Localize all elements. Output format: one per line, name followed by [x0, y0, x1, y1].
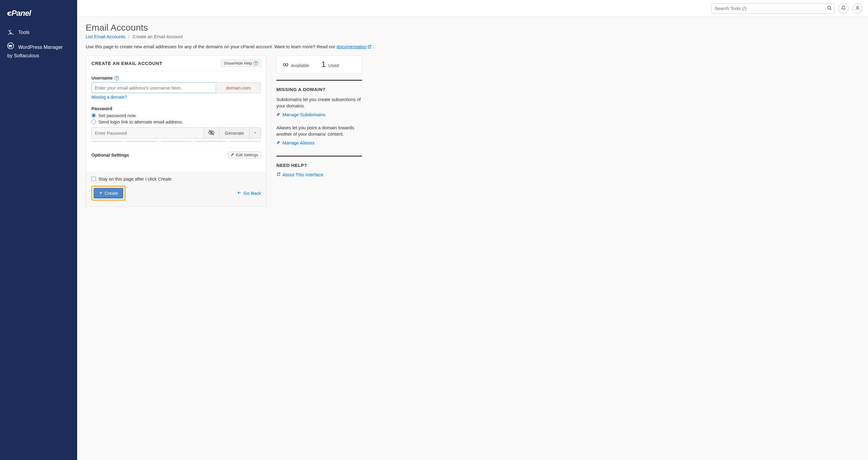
domain-addon[interactable]: domain.com — [216, 82, 261, 93]
create-button[interactable]: Create — [94, 188, 123, 198]
create-button-highlight: Create — [91, 186, 125, 201]
used-label: Used — [328, 63, 339, 68]
search-wrap — [711, 3, 835, 14]
username-label: Username ? — [91, 75, 261, 80]
subdomains-text: Subdomains let you create subsections of… — [276, 96, 362, 109]
password-label: Password — [91, 106, 261, 111]
radio-send-link-input[interactable] — [91, 120, 96, 124]
breadcrumb-list-link[interactable]: List Email Accounts — [86, 34, 125, 39]
intro-post: . — [371, 44, 374, 49]
wrench-icon — [276, 140, 281, 145]
create-button-label: Create — [104, 191, 118, 196]
about-interface-label: About This Interface — [282, 172, 323, 177]
aliases-text: Aliases let you point a domain towards a… — [276, 124, 362, 137]
generate-password-button[interactable]: Generate — [219, 127, 249, 138]
external-link-icon — [367, 44, 371, 50]
radio-set-now-label: Set password now. — [98, 113, 137, 118]
divider — [276, 80, 362, 81]
sidebar-item-tools[interactable]: Tools — [0, 26, 77, 39]
sidebar-tools-label: Tools — [18, 30, 29, 35]
radio-set-now-input[interactable] — [91, 113, 96, 118]
main-area: Email Accounts List Email Accounts / Cre… — [77, 0, 868, 460]
intro-text: Use this page to create new email addres… — [86, 44, 860, 50]
svg-point-6 — [857, 6, 858, 8]
wrench-icon — [276, 112, 281, 117]
optional-settings-title: Optional Settings — [91, 152, 129, 158]
sidebar: cPanel Tools WordPress Manager by Softac… — [0, 0, 77, 460]
stay-on-page-checkbox[interactable] — [91, 176, 96, 181]
sidebar-item-wordpress[interactable]: WordPress Manager by Softaculous — [0, 39, 77, 63]
svg-point-4 — [828, 6, 831, 9]
available-label: Available — [291, 63, 309, 68]
username-input[interactable] — [91, 82, 216, 93]
topbar — [77, 0, 868, 17]
manage-subdomains-link[interactable]: Manage Subdomains — [276, 112, 326, 117]
used-value: 1 — [321, 60, 326, 69]
caret-down-icon — [253, 130, 257, 136]
manage-aliases-link[interactable]: Manage Aliases — [276, 140, 315, 145]
breadcrumb-current: Create an Email Account — [133, 34, 183, 39]
cpanel-logo[interactable]: cPanel — [0, 3, 77, 26]
bell-icon — [841, 5, 846, 11]
breadcrumb: List Email Accounts / Create an Email Ac… — [86, 34, 860, 39]
divider — [276, 156, 362, 157]
arrow-left-icon — [237, 191, 242, 196]
tools-icon — [7, 29, 14, 36]
radio-send-login-link[interactable]: Send login link to alternate email addre… — [91, 119, 261, 124]
manage-subdomains-label: Manage Subdomains — [282, 112, 326, 117]
svg-line-5 — [830, 8, 832, 10]
sidebar-wp-label-1: WordPress Manager — [18, 43, 63, 51]
password-strength-meter — [91, 141, 261, 142]
stats-card: ∞ Available 1 Used — [276, 55, 362, 74]
content: Email Accounts List Email Accounts / Cre… — [77, 17, 868, 219]
documentation-link[interactable]: documentation — [337, 44, 367, 49]
toggle-password-visibility-button[interactable] — [204, 127, 219, 138]
eye-off-icon — [208, 129, 215, 137]
wordpress-icon — [7, 42, 14, 52]
page-title: Email Accounts — [86, 23, 860, 33]
manage-aliases-label: Manage Aliases — [282, 140, 315, 145]
user-button[interactable] — [852, 3, 863, 14]
search-icon[interactable] — [827, 5, 832, 11]
edit-settings-label: Edit Settings — [236, 153, 258, 157]
user-icon — [855, 5, 860, 11]
edit-settings-button[interactable]: Edit Settings — [228, 152, 261, 158]
sidebar-wp-label-2: by Softaculous — [7, 52, 70, 60]
stat-used: 1 Used — [321, 60, 339, 69]
show-hide-help-label: Show/Hide Help — [224, 61, 252, 66]
external-link-icon — [276, 172, 281, 177]
card-title: CREATE AN EMAIL ACCOUNT — [91, 61, 162, 66]
username-help-icon[interactable]: ? — [115, 76, 119, 80]
pencil-icon — [231, 153, 235, 157]
svg-text:cPanel: cPanel — [7, 8, 32, 18]
about-interface-link[interactable]: About This Interface — [276, 172, 323, 177]
intro-pre: Use this page to create new email addres… — [86, 44, 337, 49]
help-icon: ? — [254, 61, 258, 66]
password-options-dropdown[interactable] — [249, 127, 261, 138]
generate-label: Generate — [225, 130, 244, 136]
notifications-button[interactable] — [838, 3, 848, 14]
stat-available: ∞ Available — [283, 60, 309, 69]
go-back-label: Go Back — [243, 191, 261, 196]
password-input[interactable] — [91, 127, 204, 138]
stay-label: Stay on this page after I click Create. — [98, 176, 173, 182]
stay-on-page-checkbox-row[interactable]: Stay on this page after I click Create. — [91, 176, 261, 182]
need-help-heading: NEED HELP? — [276, 163, 362, 168]
radio-send-link-label: Send login link to alternate email addre… — [98, 119, 183, 124]
infinity-icon: ∞ — [283, 60, 288, 69]
plus-icon — [99, 191, 103, 196]
radio-set-password-now[interactable]: Set password now. — [91, 113, 261, 118]
breadcrumb-sep: / — [128, 34, 129, 39]
search-input[interactable] — [711, 3, 835, 14]
missing-domain-heading: MISSING A DOMAIN? — [276, 87, 362, 92]
go-back-link[interactable]: Go Back — [237, 191, 261, 196]
missing-domain-link[interactable]: Missing a domain? — [91, 95, 127, 100]
show-hide-help-button[interactable]: Show/Hide Help ? — [221, 60, 261, 67]
create-email-card: CREATE AN EMAIL ACCOUNT Show/Hide Help ?… — [86, 55, 267, 206]
